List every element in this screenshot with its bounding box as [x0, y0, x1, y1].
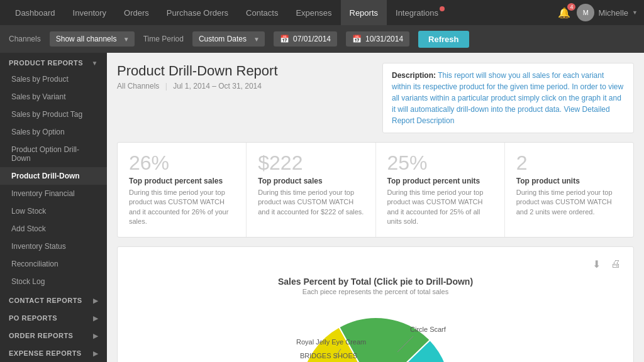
- nav-reports[interactable]: Reports: [341, 0, 387, 25]
- stat-desc-2: During this time period your top product…: [387, 188, 493, 227]
- po-reports-chevron: ▶: [93, 315, 99, 322]
- nav-expenses[interactable]: Expenses: [287, 0, 340, 25]
- avatar: M: [577, 4, 594, 21]
- sidebar-item-sales-by-variant[interactable]: Sales by Variant: [0, 88, 107, 106]
- print-icon[interactable]: 🖨: [608, 257, 623, 272]
- stat-desc-0: During this time period your top product…: [129, 188, 235, 227]
- product-reports-chevron: ▼: [92, 60, 98, 67]
- time-period-label: Time Period: [143, 35, 184, 43]
- nav-inventory[interactable]: Inventory: [64, 0, 115, 25]
- order-reports-label: ORDER REPORTS: [9, 332, 73, 339]
- pie-chart[interactable]: CUSTOM WATCH Circle Scarf Royal Jelly Ey…: [128, 302, 623, 362]
- sidebar: PRODUCT REPORTS ▼ Sales by Product Sales…: [0, 53, 107, 362]
- sidebar-section-product-reports[interactable]: PRODUCT REPORTS ▼: [0, 53, 107, 70]
- user-menu-chevron: ▼: [632, 9, 638, 16]
- stat-label-0: Top product percent sales: [129, 177, 235, 185]
- notification-bell[interactable]: 🔔 4: [558, 7, 570, 19]
- report-date-range: Jul 1, 2014 – Oct 31, 2014: [173, 82, 262, 90]
- stats-row: 26% Top product percent sales During thi…: [117, 142, 634, 238]
- product-reports-label: PRODUCT REPORTS: [9, 59, 83, 67]
- stat-value-2: 25%: [387, 153, 493, 173]
- separator: |: [165, 82, 167, 90]
- nav-orders[interactable]: Orders: [115, 0, 158, 25]
- sidebar-item-low-stock[interactable]: Low Stock: [0, 202, 107, 220]
- sidebar-item-product-option-drilldown[interactable]: Product Option Drill-Down: [0, 141, 107, 167]
- stat-card-3: 2 Top product units During this time per…: [505, 143, 633, 237]
- chart-title: Sales Percent by Total (Click pie to Dri…: [128, 277, 623, 287]
- stat-value-1: $222: [258, 153, 364, 173]
- stat-desc-1: During this time period your top product…: [258, 188, 364, 217]
- po-reports-label: PO REPORTS: [9, 314, 57, 322]
- sidebar-item-reconciliation[interactable]: Reconciliation: [0, 255, 107, 273]
- pie-svg: CUSTOM WATCH Circle Scarf Royal Jelly Ey…: [225, 302, 526, 362]
- toolbar: Channels Show all channels ▼ Time Period…: [0, 25, 644, 53]
- sidebar-item-sales-by-product[interactable]: Sales by Product: [0, 70, 107, 88]
- integrations-badge: [440, 6, 445, 11]
- sidebar-section-po-reports[interactable]: PO REPORTS ▶: [0, 308, 107, 326]
- channels-select-wrap: Show all channels ▼: [50, 31, 135, 47]
- stat-desc-3: During this time period your top product…: [516, 188, 622, 217]
- contact-reports-chevron: ▶: [93, 297, 99, 304]
- stat-card-2: 25% Top product percent units During thi…: [376, 143, 505, 237]
- stat-value-3: 2: [516, 153, 622, 173]
- sidebar-item-product-drilldown[interactable]: Product Drill-Down: [0, 167, 107, 185]
- calendar-end-icon: 📅: [352, 35, 362, 43]
- order-reports-chevron: ▶: [93, 332, 99, 339]
- nav-contacts[interactable]: Contacts: [237, 0, 287, 25]
- time-period-select-wrap: Custom Dates ▼: [192, 31, 265, 47]
- user-menu[interactable]: M Michelle ▼: [577, 4, 638, 21]
- download-icon[interactable]: ⬇: [590, 257, 603, 272]
- channels-select[interactable]: Show all channels: [50, 31, 135, 47]
- end-date-picker[interactable]: 📅 10/31/2014: [346, 31, 409, 47]
- main-content: Description: This report will show you a…: [107, 53, 644, 362]
- sidebar-item-sales-by-option[interactable]: Sales by Option: [0, 123, 107, 141]
- sidebar-item-add-stock[interactable]: Add Stock: [0, 220, 107, 238]
- sidebar-section-expense-reports[interactable]: EXPENSE REPORTS ▶: [0, 343, 107, 361]
- sidebar-item-inventory-status[interactable]: Inventory Status: [0, 238, 107, 255]
- sidebar-item-inventory-financial[interactable]: Inventory Financial: [0, 185, 107, 202]
- stat-label-1: Top product sales: [258, 177, 364, 185]
- start-date-picker[interactable]: 📅 07/01/2014: [274, 31, 337, 47]
- stat-label-2: Top product percent units: [387, 177, 493, 185]
- contact-reports-label: CONTACT REPORTS: [9, 297, 82, 304]
- channels-label: Channels: [9, 35, 41, 43]
- sidebar-section-order-reports[interactable]: ORDER REPORTS ▶: [0, 326, 107, 343]
- nav-dashboard[interactable]: Dashboard: [6, 0, 64, 25]
- time-period-select[interactable]: Custom Dates: [192, 31, 265, 47]
- notification-count: 4: [567, 3, 575, 11]
- refresh-button[interactable]: Refresh: [418, 31, 469, 48]
- legend-royal-jelly: Royal Jelly Eye Cream: [296, 338, 366, 346]
- legend-bridges-shoes: BRIDGES SHOES: [300, 352, 357, 359]
- chart-subtitle: Each piece represents the percent of tot…: [128, 288, 623, 295]
- sidebar-section-contact-reports[interactable]: CONTACT REPORTS ▶: [0, 290, 107, 308]
- stat-label-3: Top product units: [516, 177, 622, 185]
- nav-purchase-orders[interactable]: Purchase Orders: [158, 0, 237, 25]
- top-navigation: Dashboard Inventory Orders Purchase Orde…: [0, 0, 644, 25]
- stat-card-0: 26% Top product percent sales During thi…: [118, 143, 247, 237]
- start-date-value: 07/01/2014: [293, 35, 331, 43]
- nav-integrations[interactable]: Integrations: [387, 0, 447, 25]
- expense-reports-label: EXPENSE REPORTS: [9, 349, 82, 357]
- calendar-start-icon: 📅: [280, 35, 289, 43]
- report-channel: All Channels: [117, 82, 159, 90]
- user-name: Michelle: [598, 8, 628, 18]
- sidebar-item-sales-by-product-tag[interactable]: Sales by Product Tag: [0, 106, 107, 123]
- chart-toolbar: ⬇ 🖨: [128, 257, 623, 272]
- stat-value-0: 26%: [129, 153, 235, 173]
- description-box: Description: This report will show you a…: [382, 63, 634, 133]
- sidebar-item-stock-log[interactable]: Stock Log: [0, 273, 107, 290]
- legend-circle-scarf: Circle Scarf: [410, 326, 447, 333]
- end-date-value: 10/31/2014: [365, 35, 403, 43]
- expense-reports-chevron: ▶: [93, 350, 99, 357]
- chart-area: ⬇ 🖨 Sales Percent by Total (Click pie to…: [117, 246, 634, 362]
- stat-card-1: $222 Top product sales During this time …: [247, 143, 375, 237]
- description-label: Description:: [392, 71, 436, 80]
- main-layout: PRODUCT REPORTS ▼ Sales by Product Sales…: [0, 53, 644, 362]
